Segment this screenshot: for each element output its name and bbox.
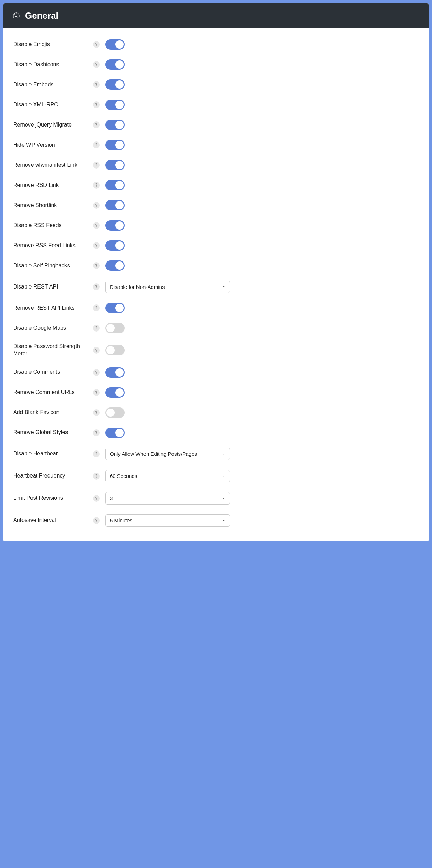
setting-row-disable-password-strength: Disable Password Strength Meter? [13, 338, 419, 362]
disable-embeds-toggle[interactable] [105, 79, 125, 90]
setting-row-disable-emojis: Disable Emojis? [13, 34, 419, 54]
setting-row-limit-post-revisions: Limit Post Revisions?3 [13, 487, 419, 509]
help-icon[interactable]: ? [93, 325, 100, 332]
setting-label: Add Blank Favicon [13, 409, 93, 416]
disable-rest-api-select[interactable]: Disable for Non-Admins [105, 281, 230, 293]
help-icon[interactable]: ? [93, 222, 100, 229]
setting-label: Autosave Interval [13, 517, 93, 524]
help-icon[interactable]: ? [93, 162, 100, 169]
dashboard-icon [12, 11, 21, 20]
setting-row-remove-rss-feed-links: Remove RSS Feed Links? [13, 235, 419, 256]
remove-rsd-link-toggle[interactable] [105, 180, 125, 190]
setting-row-disable-self-pingbacks: Disable Self Pingbacks? [13, 256, 419, 276]
setting-label: Remove Shortlink [13, 202, 93, 209]
help-icon[interactable]: ? [93, 101, 100, 108]
setting-label: Heartbeat Frequency [13, 472, 93, 480]
panel-header: General [3, 3, 429, 28]
setting-label: Disable XML-RPC [13, 101, 93, 109]
setting-row-disable-heartbeat: Disable Heartbeat?Only Allow When Editin… [13, 443, 419, 465]
setting-label: Limit Post Revisions [13, 495, 93, 502]
disable-google-maps-toggle[interactable] [105, 323, 125, 333]
help-icon[interactable]: ? [93, 495, 100, 502]
disable-rss-feeds-toggle[interactable] [105, 220, 125, 231]
disable-comments-toggle[interactable] [105, 367, 125, 378]
disable-password-strength-toggle[interactable] [105, 345, 125, 355]
help-icon[interactable]: ? [93, 242, 100, 249]
help-icon[interactable]: ? [93, 409, 100, 416]
help-icon[interactable]: ? [93, 283, 100, 290]
remove-wlwmanifest-link-toggle[interactable] [105, 160, 125, 170]
setting-row-heartbeat-frequency: Heartbeat Frequency?60 Seconds [13, 465, 419, 487]
panel-title: General [25, 10, 59, 21]
setting-row-remove-rest-api-links: Remove REST API Links? [13, 298, 419, 318]
heartbeat-frequency-select[interactable]: 60 Seconds [105, 470, 230, 482]
help-icon[interactable]: ? [93, 81, 100, 88]
hide-wp-version-toggle[interactable] [105, 140, 125, 150]
setting-label: Remove Comment URLs [13, 389, 93, 396]
help-icon[interactable]: ? [93, 182, 100, 189]
setting-row-remove-global-styles: Remove Global Styles? [13, 423, 419, 443]
remove-shortlink-toggle[interactable] [105, 200, 125, 210]
setting-row-remove-comment-urls: Remove Comment URLs? [13, 383, 419, 403]
help-icon[interactable]: ? [93, 141, 100, 148]
setting-row-disable-rest-api: Disable REST API?Disable for Non-Admins [13, 276, 419, 298]
setting-row-disable-rss-feeds: Disable RSS Feeds? [13, 215, 419, 235]
remove-comment-urls-toggle[interactable] [105, 387, 125, 398]
setting-label: Disable RSS Feeds [13, 222, 93, 229]
setting-row-disable-google-maps: Disable Google Maps? [13, 318, 419, 338]
autosave-interval-select[interactable]: 5 Minutes [105, 514, 230, 527]
help-icon[interactable]: ? [93, 347, 100, 354]
setting-label: Remove REST API Links [13, 304, 93, 312]
remove-jquery-migrate-toggle[interactable] [105, 120, 125, 130]
setting-label: Hide WP Version [13, 141, 93, 149]
setting-row-remove-shortlink: Remove Shortlink? [13, 195, 419, 215]
setting-label: Disable Dashicons [13, 61, 93, 68]
remove-global-styles-toggle[interactable] [105, 428, 125, 438]
help-icon[interactable]: ? [93, 429, 100, 436]
disable-self-pingbacks-toggle[interactable] [105, 260, 125, 271]
setting-label: Disable Self Pingbacks [13, 262, 93, 269]
setting-label: Remove wlwmanifest Link [13, 162, 93, 169]
setting-row-hide-wp-version: Hide WP Version? [13, 135, 419, 155]
settings-body: Disable Emojis?Disable Dashicons?Disable… [3, 28, 429, 541]
setting-label: Remove jQuery Migrate [13, 121, 93, 129]
setting-label: Remove RSS Feed Links [13, 242, 93, 249]
setting-label: Disable Comments [13, 369, 93, 376]
setting-label: Disable Embeds [13, 81, 93, 88]
setting-label: Disable Heartbeat [13, 450, 93, 457]
help-icon[interactable]: ? [93, 389, 100, 396]
setting-row-remove-rsd-link: Remove RSD Link? [13, 175, 419, 195]
setting-label: Remove RSD Link [13, 182, 93, 189]
help-icon[interactable]: ? [93, 202, 100, 209]
setting-label: Disable REST API [13, 283, 93, 291]
setting-row-remove-wlwmanifest-link: Remove wlwmanifest Link? [13, 155, 419, 175]
disable-emojis-toggle[interactable] [105, 39, 125, 50]
setting-row-disable-embeds: Disable Embeds? [13, 75, 419, 95]
setting-row-add-blank-favicon: Add Blank Favicon? [13, 403, 419, 423]
help-icon[interactable]: ? [93, 304, 100, 311]
disable-xml-rpc-toggle[interactable] [105, 100, 125, 110]
disable-dashicons-toggle[interactable] [105, 59, 125, 70]
general-settings-panel: General Disable Emojis?Disable Dashicons… [3, 3, 429, 541]
help-icon[interactable]: ? [93, 450, 100, 457]
help-icon[interactable]: ? [93, 517, 100, 524]
help-icon[interactable]: ? [93, 41, 100, 48]
add-blank-favicon-toggle[interactable] [105, 407, 125, 418]
remove-rest-api-links-toggle[interactable] [105, 303, 125, 313]
setting-row-disable-xml-rpc: Disable XML-RPC? [13, 95, 419, 115]
setting-label: Remove Global Styles [13, 429, 93, 436]
setting-row-remove-jquery-migrate: Remove jQuery Migrate? [13, 115, 419, 135]
disable-heartbeat-select[interactable]: Only Allow When Editing Posts/Pages [105, 448, 230, 460]
setting-label: Disable Google Maps [13, 325, 93, 332]
help-icon[interactable]: ? [93, 262, 100, 269]
limit-post-revisions-select[interactable]: 3 [105, 492, 230, 505]
help-icon[interactable]: ? [93, 61, 100, 68]
remove-rss-feed-links-toggle[interactable] [105, 240, 125, 251]
help-icon[interactable]: ? [93, 121, 100, 128]
help-icon[interactable]: ? [93, 369, 100, 376]
help-icon[interactable]: ? [93, 473, 100, 480]
setting-row-disable-dashicons: Disable Dashicons? [13, 54, 419, 75]
setting-row-autosave-interval: Autosave Interval?5 Minutes [13, 509, 419, 532]
setting-label: Disable Emojis [13, 41, 93, 48]
setting-label: Disable Password Strength Meter [13, 343, 93, 358]
